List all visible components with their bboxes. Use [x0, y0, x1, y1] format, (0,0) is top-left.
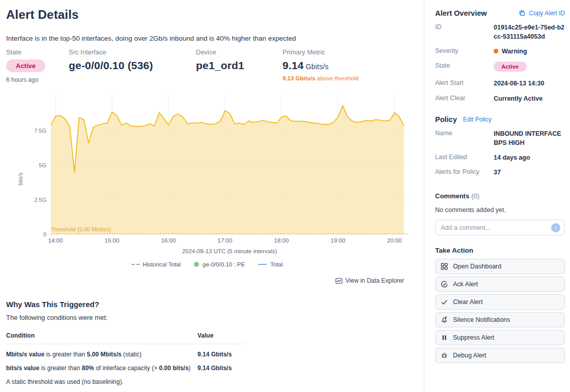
- policy-row-alert-count: Alerts for Policy 37: [435, 168, 565, 177]
- view-in-data-explorer-link[interactable]: View in Data Explorer: [335, 277, 404, 284]
- primary-metric-label: Primary Metric: [282, 48, 418, 56]
- comment-input[interactable]: [441, 224, 551, 231]
- warning-dot-icon: [494, 49, 498, 53]
- alert-clear-value: Currently Active: [494, 94, 543, 103]
- pause-icon: [441, 334, 448, 341]
- condition-cell: bits/s value is greater than 80% of inte…: [6, 358, 197, 372]
- line-swatch: [258, 264, 267, 265]
- copy-icon: [519, 10, 527, 16]
- condition-column-header: Condition: [6, 329, 197, 344]
- comment-box: ↑: [435, 220, 565, 235]
- chart-legend: Historical Total ge-0/0/0.10 : PE Total: [6, 261, 408, 267]
- svg-text:2024-08-13 UTC (5 minute inter: 2024-08-13 UTC (5 minute intervals): [182, 248, 277, 254]
- overview-row-severity: Severity Warning: [435, 47, 565, 56]
- legend-item-interface[interactable]: ge-0/0/0.10 : PE: [194, 261, 245, 267]
- overview-row-state: State Active: [435, 62, 565, 72]
- value-column-header: Value: [197, 329, 245, 344]
- debug-alert-button[interactable]: Debug Alert: [435, 348, 565, 363]
- table-row: Mbits/s value is greater than 5.00 Mbits…: [6, 344, 245, 358]
- svg-text:7.5G: 7.5G: [34, 128, 46, 134]
- chart-icon: [335, 278, 343, 284]
- summary-src-interface: Src Interface ge-0/0/0.10 (536): [69, 48, 196, 83]
- no-comments-text: No comments added yet.: [435, 206, 565, 214]
- legend-item-total[interactable]: Total: [258, 261, 282, 267]
- legend-item-historical-total[interactable]: Historical Total: [132, 261, 181, 267]
- value-cell: 9.14 Gbits/s: [197, 344, 245, 358]
- svg-text:16:00: 16:00: [161, 237, 176, 244]
- severity-value: Warning: [494, 47, 527, 56]
- svg-text:bits/s: bits/s: [17, 172, 23, 186]
- value-cell: 9.14 Gbits/s: [197, 358, 245, 372]
- svg-text:17:00: 17:00: [218, 237, 233, 244]
- alert-start-value: 2024-08-13 14:30: [494, 79, 544, 88]
- state-badge-small: Active: [494, 62, 527, 72]
- suppress-alert-button[interactable]: Suppress Alert: [435, 330, 565, 345]
- condition-cell: Mbits/s value is greater than 5.00 Mbits…: [6, 344, 197, 358]
- policy-row-name: Name INBOUND INTERFACE BPS HIGH: [435, 129, 565, 147]
- alert-details-page: Alert Details Interface is in the top-50…: [0, 0, 570, 392]
- comments-heading: Comments(0): [435, 192, 565, 200]
- bell-snooze-icon: [441, 316, 448, 323]
- state-ago: 6 hours ago: [6, 76, 69, 83]
- silence-notifications-button[interactable]: Silence Notifications: [435, 312, 565, 327]
- timeseries-chart: 14:0015:0016:0017:0018:0019:0020:0002.5G…: [6, 94, 418, 267]
- chart-svg[interactable]: 14:0015:0016:0017:0018:0019:0020:0002.5G…: [6, 94, 413, 257]
- svg-text:2.5G: 2.5G: [34, 197, 46, 203]
- ack-alert-button[interactable]: Ack Alert: [435, 277, 565, 292]
- svg-text:0: 0: [43, 231, 46, 237]
- overview-row-id: ID 01914c25-e9e1-75ed-b2cc-531115a4053d: [435, 23, 565, 41]
- src-interface-value: ge-0/0/0.10 (536): [69, 59, 196, 72]
- policy-row-last-edited: Last Edited 14 days ago: [435, 153, 565, 162]
- alert-description: Interface is in the top-50 interfaces, d…: [6, 35, 418, 42]
- primary-metric-value: 9.14Gbits/s: [282, 59, 418, 72]
- arrow-up-circle-icon[interactable]: ↑: [551, 223, 560, 232]
- svg-text:19:00: 19:00: [331, 237, 346, 244]
- src-interface-label: Src Interface: [69, 48, 196, 56]
- right-sidebar: Alert Overview Copy Alert ID ID 01914c25…: [424, 0, 570, 392]
- ack-circle-icon: [441, 281, 448, 288]
- edit-policy-link[interactable]: Edit Policy: [463, 116, 492, 123]
- summary-row: State Active 6 hours ago Src Interface g…: [6, 48, 418, 83]
- check-icon: [441, 298, 448, 306]
- alerts-for-policy-value: 37: [494, 168, 501, 177]
- why-triggered-heading: Why Was This Triggered?: [6, 300, 418, 309]
- static-threshold-note: A static threshold was used (no baselini…: [6, 372, 245, 385]
- svg-text:20:00: 20:00: [387, 237, 402, 244]
- main-content: Alert Details Interface is in the top-50…: [0, 0, 424, 392]
- policy-heading: Policy: [435, 115, 457, 124]
- state-label: State: [6, 48, 69, 56]
- overview-row-alert-clear: Alert Clear Currently Active: [435, 94, 565, 103]
- last-edited-value: 14 days ago: [494, 153, 530, 162]
- bug-icon: [441, 352, 448, 359]
- alert-overview-heading: Alert Overview: [435, 9, 487, 17]
- open-dashboard-button[interactable]: Open Dashboard: [435, 259, 565, 274]
- svg-text:Threshold (5.00 Mbits/s): Threshold (5.00 Mbits/s): [51, 226, 111, 232]
- svg-text:5G: 5G: [39, 162, 46, 168]
- svg-text:14:00: 14:00: [48, 237, 63, 244]
- svg-text:18:00: 18:00: [274, 237, 289, 244]
- state-badge: Active: [6, 59, 45, 72]
- dashed-line-swatch: [132, 264, 139, 265]
- device-value: pe1_ord1: [196, 59, 282, 72]
- alert-id-value: 01914c25-e9e1-75ed-b2cc-531115a4053d: [494, 23, 565, 41]
- device-label: Device: [196, 48, 282, 56]
- conditions-table: Condition Value Mbits/s value is greater…: [6, 329, 245, 385]
- copy-alert-id-link[interactable]: Copy Alert ID: [519, 10, 565, 17]
- table-footnote-row: A static threshold was used (no baselini…: [6, 372, 245, 385]
- overview-row-alert-start: Alert Start 2024-08-13 14:30: [435, 79, 565, 88]
- above-threshold-note: 9.13 Gbits/s above threshold: [282, 75, 418, 81]
- table-row: bits/s value is greater than 80% of inte…: [6, 358, 245, 372]
- summary-primary-metric: Primary Metric 9.14Gbits/s 9.13 Gbits/s …: [282, 48, 418, 83]
- summary-device: Device pe1_ord1: [196, 48, 282, 83]
- summary-state: State Active 6 hours ago: [6, 48, 69, 83]
- grid-icon: [441, 263, 448, 270]
- svg-text:15:00: 15:00: [105, 237, 120, 244]
- page-title: Alert Details: [6, 8, 418, 22]
- explorer-link-row: View in Data Explorer: [6, 277, 404, 284]
- dot-swatch: [194, 262, 199, 267]
- why-triggered-subheading: The following conditions were met:: [6, 314, 418, 321]
- policy-name-value: INBOUND INTERFACE BPS HIGH: [494, 129, 565, 147]
- primary-metric-unit: Gbits/s: [306, 63, 329, 71]
- clear-alert-button[interactable]: Clear Alert: [435, 294, 565, 310]
- take-action-heading: Take Action: [435, 247, 565, 254]
